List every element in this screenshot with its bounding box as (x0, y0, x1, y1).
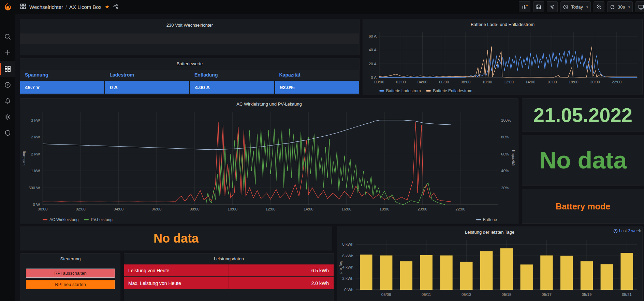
column-header[interactable]: Ladestrom (105, 72, 190, 78)
svg-text:18:00: 18:00 (380, 207, 390, 211)
panel-date: 21.05.2022 (522, 98, 644, 132)
dashboard-grid-icon[interactable] (20, 3, 26, 11)
svg-text:05/21: 05/21 (622, 292, 632, 297)
sidebar-item-explore[interactable] (0, 77, 15, 93)
panel-nodata-right: No data (522, 135, 644, 186)
sidebar-item-dashboards[interactable] (0, 61, 15, 77)
time-shift-label: Last 2 week (619, 229, 641, 233)
cycle-view-button[interactable] (635, 1, 644, 12)
panel-title[interactable]: AC Wirkleistung und PV-Leistung (20, 100, 518, 108)
clock-icon (613, 229, 618, 233)
svg-text:16:00: 16:00 (547, 80, 557, 84)
zoom-out-button[interactable] (594, 1, 604, 12)
compass-icon (4, 81, 11, 88)
add-panel-button[interactable] (519, 1, 530, 12)
chart-legend: Batterie.Ladestrom Batterie.Entladestrom (379, 88, 472, 93)
batteriewerte-value-row: 49.7 V 0 A 4.00 A 92.0% (20, 81, 359, 94)
column-header[interactable]: Spannung (20, 72, 105, 78)
legend-label: AC.Wirkleistung (49, 217, 78, 222)
svg-text:10:00: 10:00 (228, 207, 237, 211)
bell-icon (4, 97, 11, 105)
favorite-star-icon[interactable]: ★ (105, 4, 109, 10)
plus-icon (4, 49, 11, 56)
sidebar-item-alerting[interactable] (0, 93, 15, 109)
svg-text:06:00: 06:00 (152, 207, 162, 211)
refresh-interval-picker[interactable]: 30s ▾ (607, 1, 633, 12)
panel-leistung-tage: Leistung der letzten Tage Last 2 week 0 … (337, 227, 643, 301)
legend-item[interactable]: AC.Wirkleistung (43, 217, 78, 222)
nodata-value: No data (20, 227, 332, 250)
dashboard-canvas: 230 Volt Wechselrichter Batteriewerte Sp… (15, 14, 644, 301)
breadcrumb-separator: / (65, 4, 67, 10)
svg-text:05/13: 05/13 (462, 292, 471, 297)
table-row: Leistung von Heute 6.5 kWh (124, 264, 334, 276)
refresh-interval-label: 30s (618, 4, 625, 10)
svg-text:4 kWh: 4 kWh (342, 265, 353, 269)
legend-item[interactable]: Batterie.Entladestrom (426, 88, 472, 93)
column-header[interactable]: Entladung (190, 72, 275, 78)
panel-title[interactable]: Leistungsdaten (124, 255, 334, 263)
svg-text:02:00: 02:00 (396, 80, 406, 84)
share-icon[interactable] (113, 3, 119, 11)
battery-current-chart[interactable]: 00:0002:0004:0006:0008:0010:0012:0014:00… (364, 29, 642, 86)
sidebar-item-create[interactable] (0, 45, 15, 61)
rpi-shutdown-button[interactable]: RPI ausschalten (26, 269, 115, 278)
svg-text:100%: 100% (501, 118, 511, 122)
panel-230-volt: 230 Volt Wechselrichter (20, 19, 360, 55)
breadcrumb-section[interactable]: Wechselrichter (29, 4, 63, 10)
panel-title[interactable]: Batteriewerte (20, 60, 359, 68)
shield-icon (4, 129, 11, 137)
ac-pv-chart[interactable]: 00:0002:0004:0006:0008:0010:0012:0014:00… (21, 108, 517, 214)
time-range-label: Today (571, 4, 583, 10)
value-cell-entladung: 4.00 A (190, 81, 274, 94)
svg-text:40%: 40% (501, 169, 509, 173)
svg-text:16:00: 16:00 (341, 207, 351, 211)
svg-text:14:00: 14:00 (304, 207, 313, 211)
svg-text:06:00: 06:00 (439, 80, 449, 84)
rpi-restart-button[interactable]: RPI neu starten (26, 280, 115, 289)
svg-text:20:00: 20:00 (590, 80, 600, 84)
svg-text:00:00: 00:00 (375, 80, 384, 84)
legend-item[interactable]: Batterie.Ladestrom (379, 88, 421, 93)
svg-text:14:00: 14:00 (525, 80, 535, 84)
search-icon (4, 33, 11, 40)
sidebar-item-search[interactable] (0, 29, 15, 45)
svg-text:10:00: 10:00 (482, 80, 492, 84)
empty-table-header (20, 33, 359, 44)
nodata-value: No data (522, 135, 644, 185)
panel-nodata-bottom: No data (20, 227, 332, 250)
panel-title[interactable]: Leistung der letzten Tage (337, 228, 642, 236)
grafana-logo-icon[interactable] (0, 0, 15, 14)
legend-item[interactable]: PV.Leistung (84, 217, 113, 222)
value-cell-kapazitaet: 92.0% (275, 81, 359, 94)
legend-item[interactable]: Batterie (476, 217, 497, 222)
svg-text:20:00: 20:00 (418, 207, 427, 211)
svg-text:08:00: 08:00 (190, 207, 200, 211)
svg-text:0 A: 0 A (371, 76, 377, 80)
chart-legend: AC.Wirkleistung PV.Leistung (43, 217, 113, 222)
sidebar-item-server-admin[interactable] (0, 125, 15, 141)
svg-text:60%: 60% (501, 152, 509, 156)
time-shift-link[interactable]: Last 2 week (613, 229, 641, 233)
breadcrumb-page[interactable]: AX Licom Box (69, 4, 101, 10)
topbar: Wechselrichter / AX Licom Box ★ Today ▾ (15, 0, 644, 14)
svg-text:1 kW: 1 kW (31, 169, 40, 173)
svg-text:20%: 20% (501, 186, 509, 190)
panel-title[interactable]: Steuerung (21, 255, 120, 263)
sidebar-item-configuration[interactable] (0, 109, 15, 125)
refresh-icon (610, 4, 615, 10)
panel-title[interactable]: Batterie Lade- und Entladestrom (363, 20, 642, 29)
grafana-app: Wechselrichter / AX Licom Box ★ Today ▾ (0, 0, 644, 301)
time-range-picker[interactable]: Today ▾ (560, 1, 591, 12)
right-axis-label: Kapazität (511, 150, 515, 166)
save-dashboard-button[interactable] (533, 1, 544, 12)
svg-text:40 A: 40 A (369, 48, 377, 52)
left-axis-label: Leistung (21, 151, 26, 165)
svg-text:3 kW: 3 kW (31, 118, 40, 122)
svg-text:8 kWh: 8 kWh (342, 242, 353, 246)
column-header[interactable]: Kapazität (275, 72, 360, 78)
svg-text:12:00: 12:00 (504, 80, 514, 84)
panel-title[interactable]: 230 Volt Wechselrichter (20, 21, 359, 29)
dashboard-settings-button[interactable] (547, 1, 558, 12)
daily-energy-bar-chart[interactable]: 0 Wh2 kWh4 kWh6 kWh8 kWh05/0905/1105/130… (338, 236, 642, 300)
